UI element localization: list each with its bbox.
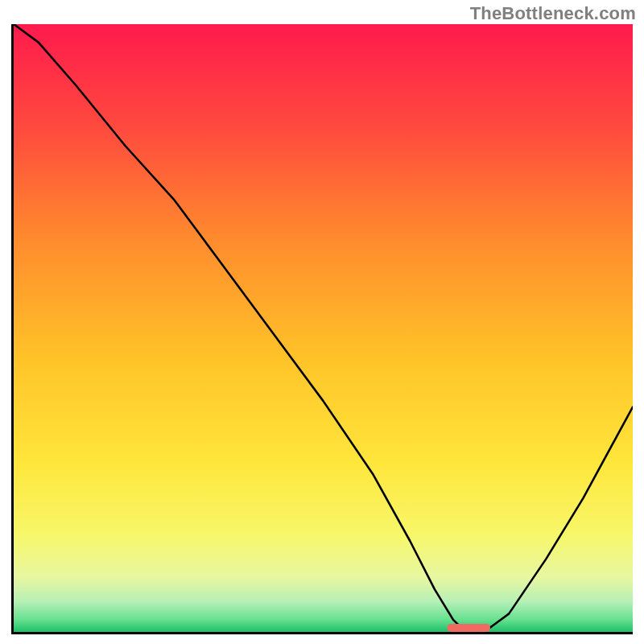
gradient-rect	[14, 24, 633, 632]
watermark-text: TheBottleneck.com	[470, 3, 636, 24]
minimum-marker	[447, 624, 490, 632]
plot-area	[11, 24, 633, 634]
chart-stage: TheBottleneck.com	[0, 0, 644, 644]
plot-svg	[14, 24, 633, 632]
